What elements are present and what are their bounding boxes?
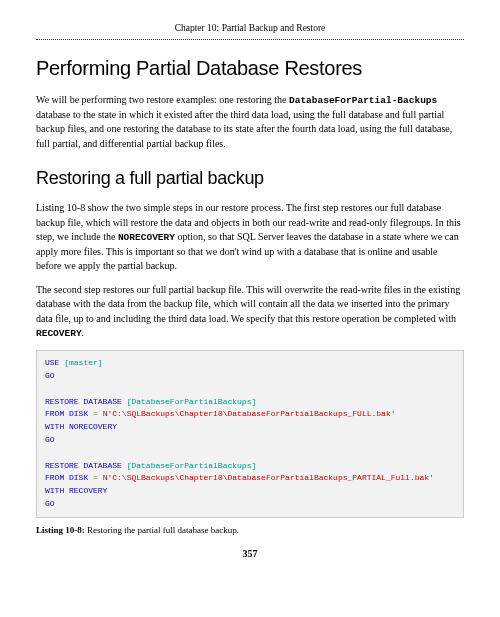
- text: database to the state in which it existe…: [36, 109, 452, 149]
- sql-object: [DatabaseForPartialBackups]: [127, 461, 257, 470]
- sql-keyword: GO: [45, 371, 55, 380]
- paragraph-intro: We will be performing two restore exampl…: [36, 93, 464, 151]
- sql-object: [DatabaseForPartialBackups]: [127, 397, 257, 406]
- sql-keyword: GO: [45, 435, 55, 444]
- paragraph-body: The second step restores our full partia…: [36, 283, 464, 341]
- text: We will be performing two restore exampl…: [36, 94, 289, 105]
- sql-string: N'C:\SQLBackups\Chapter10\DatabaseForPar…: [103, 473, 434, 482]
- section-heading: Restoring a full partial backup: [36, 165, 464, 191]
- text: The second step restores our full partia…: [36, 284, 460, 324]
- page-number: 357: [36, 547, 464, 562]
- sql-operator: =: [93, 409, 98, 418]
- sql-keyword: WITH NORECOVERY: [45, 422, 117, 431]
- chapter-header: Chapter 10: Partial Backup and Restore: [36, 22, 464, 40]
- code-inline: RECOVERY: [36, 328, 82, 339]
- sql-keyword: RESTORE DATABASE: [45, 397, 122, 406]
- sql-keyword: WITH RECOVERY: [45, 486, 107, 495]
- sql-operator: =: [93, 473, 98, 482]
- listing-label: Listing 10-8:: [36, 525, 85, 535]
- sql-keyword: USE: [45, 358, 59, 367]
- listing-text: Restoring the partial full database back…: [85, 525, 239, 535]
- sql-string: N'C:\SQLBackups\Chapter10\DatabaseForPar…: [103, 409, 396, 418]
- code-inline: DatabaseForPartial-Backups: [289, 95, 437, 106]
- text: .: [82, 327, 85, 338]
- sql-keyword: RESTORE DATABASE: [45, 461, 122, 470]
- paragraph-body: Listing 10-8 show the two simple steps i…: [36, 201, 464, 274]
- code-block: USE [master] GO RESTORE DATABASE [Databa…: [36, 350, 464, 518]
- sql-keyword: FROM DISK: [45, 409, 88, 418]
- sql-keyword: FROM DISK: [45, 473, 88, 482]
- sql-keyword: GO: [45, 499, 55, 508]
- page-title: Performing Partial Database Restores: [36, 54, 464, 83]
- code-inline: NORECOVERY: [118, 232, 175, 243]
- listing-caption: Listing 10-8: Restoring the partial full…: [36, 524, 464, 537]
- sql-object: [master]: [64, 358, 102, 367]
